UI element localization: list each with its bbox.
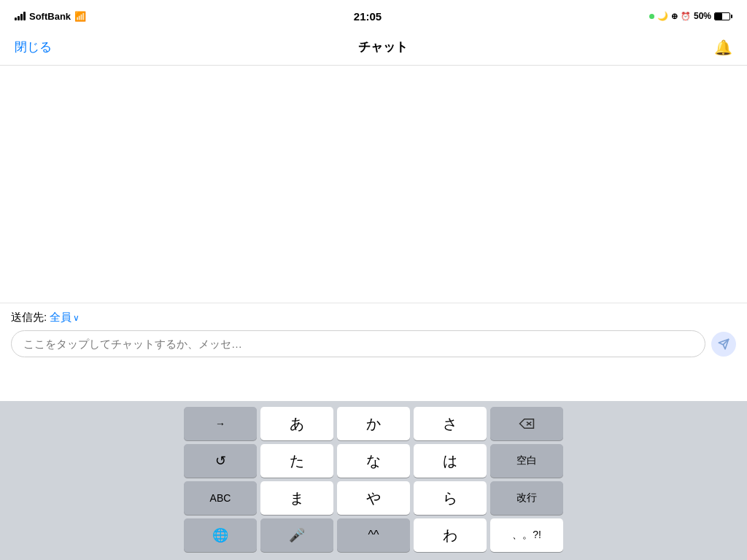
navigation-bar: 閉じる チャット 🔔 [0, 29, 747, 66]
chat-toolbar: 送信先: 全員 ∨ [0, 303, 747, 363]
keyboard-row-4: 🌐 🎤 ^^ わ 、。?! [2, 518, 745, 552]
key-enter[interactable]: 改行 [490, 481, 563, 515]
send-to-label: 送信先: [11, 311, 47, 324]
key-mic[interactable]: 🎤 [260, 518, 333, 552]
keyboard-row-1: → あ か さ [2, 407, 745, 440]
key-sa[interactable]: さ [414, 407, 487, 440]
wifi-icon: 📶 [74, 11, 86, 22]
send-to-value[interactable]: 全員 [50, 311, 71, 324]
japanese-keyboard: → あ か さ ↺ た な は 空白 ABC ま や ら 改行 🌐 🎤 ^^ わ… [0, 401, 747, 560]
key-ra[interactable]: ら [414, 481, 487, 515]
key-globe[interactable]: 🌐 [184, 518, 257, 552]
status-time: 21:05 [354, 10, 382, 23]
key-space[interactable]: 空白 [490, 444, 563, 478]
key-caret[interactable]: ^^ [337, 518, 410, 552]
key-abc[interactable]: ABC [184, 481, 257, 515]
chevron-down-icon[interactable]: ∨ [73, 313, 80, 323]
key-punctuation[interactable]: 、。?! [490, 518, 563, 552]
moon-icon: 🌙 [657, 11, 668, 21]
key-ka[interactable]: か [337, 407, 410, 440]
notification-bell-icon[interactable]: 🔔 [714, 39, 732, 56]
key-ha[interactable]: は [414, 444, 487, 478]
signal-icon [15, 12, 26, 20]
alarm-icon: ⏰ [681, 12, 691, 21]
key-ta[interactable]: た [260, 444, 333, 478]
chat-input-row [11, 330, 736, 357]
page-title: チャット [358, 39, 408, 55]
chat-input[interactable] [11, 330, 705, 357]
close-button[interactable]: 閉じる [15, 39, 52, 55]
carrier-label: SoftBank [29, 11, 71, 22]
location-icon: ⊕ [671, 12, 678, 21]
active-dot [649, 14, 654, 19]
battery-icon [714, 12, 732, 20]
battery-percent: 50% [694, 11, 711, 21]
key-arrow[interactable]: → [184, 407, 257, 440]
key-delete[interactable] [490, 407, 563, 440]
key-undo[interactable]: ↺ [184, 444, 257, 478]
status-bar: SoftBank 📶 21:05 🌙 ⊕ ⏰ 50% [0, 0, 747, 29]
key-a[interactable]: あ [260, 407, 333, 440]
status-right: 🌙 ⊕ ⏰ 50% [649, 11, 732, 21]
key-ya[interactable]: や [337, 481, 410, 515]
chat-content-area [0, 66, 747, 292]
keyboard-row-2: ↺ た な は 空白 [2, 444, 745, 478]
send-to-row: 送信先: 全員 ∨ [11, 311, 736, 324]
key-na[interactable]: な [337, 444, 410, 478]
status-left: SoftBank 📶 [15, 11, 86, 22]
key-ma[interactable]: ま [260, 481, 333, 515]
keyboard-row-3: ABC ま や ら 改行 [2, 481, 745, 515]
key-wa[interactable]: わ [414, 518, 487, 552]
send-button[interactable] [711, 332, 736, 357]
